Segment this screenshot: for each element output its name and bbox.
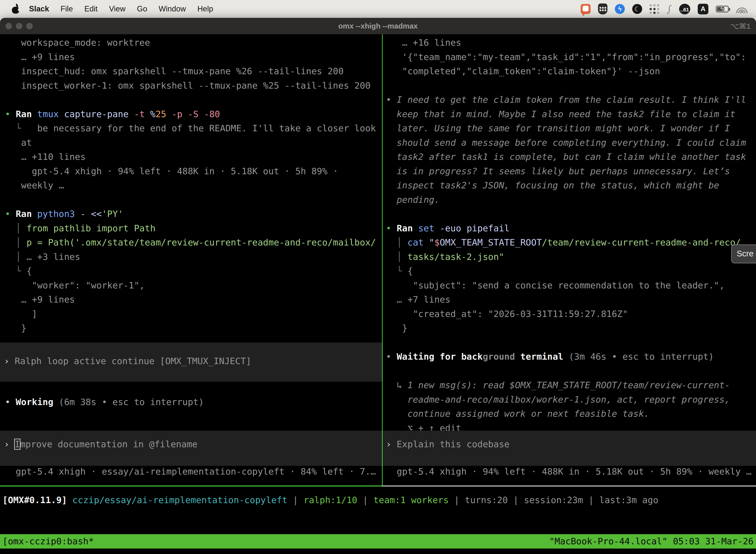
seg: Ran [16, 209, 37, 219]
seg: -t [134, 109, 150, 119]
left-pane-row-19: ] [5, 307, 37, 321]
wifi-icon[interactable] [736, 5, 748, 13]
menu-bar: Slack File Edit View Go Window Help ϟ ☾ … [0, 0, 756, 18]
zoom-button[interactable] [26, 23, 33, 29]
seg: › [4, 356, 15, 366]
right-pane-row-19: "created_at": "2026-03-31T11:59:27.816Z" [386, 307, 628, 321]
seg: - [80, 209, 91, 219]
seg: -80 [204, 109, 220, 119]
screenshot-bubble-icon[interactable] [581, 4, 590, 14]
omx-status-row: [OMX#0.11.9] cczip/essay/ai-reimplementa… [2, 493, 658, 507]
right-pane-row-24: ↳ 1 new msg(s): read $OMX_TEAM_STATE_ROO… [386, 378, 730, 392]
left-pane-row-18: … +9 lines [5, 292, 75, 307]
left-pane-row-12: • Ran python3 - <<'PY' [5, 207, 123, 221]
keyboard-layout-icon[interactable]: A [698, 4, 708, 14]
moon-glyph: ☾ [634, 5, 640, 13]
seg: tmux [37, 109, 64, 119]
seg: /team/review-current-readme-and-reco/ [542, 237, 741, 247]
seg: └ [386, 266, 407, 276]
seg: (6m 38s • esc to interrupt) [59, 397, 204, 407]
left-pane-row-9: gpt-5.4 xhigh · 94% left · 488K in · 5.1… [5, 164, 338, 178]
window-titlebar[interactable]: omx --xhigh --madmax ⌥⌘1 [0, 18, 756, 34]
tmux-status-bar[interactable]: [omx-cczip0:bash*"MacBook-Pro-44.local" … [0, 534, 756, 549]
seg: set [418, 223, 440, 233]
footer-divider-left [0, 486, 382, 487]
close-button[interactable] [5, 23, 12, 29]
menu-app-name[interactable]: Slack [23, 4, 55, 13]
shield-grid-icon[interactable] [598, 3, 608, 14]
right-pane-row-9: is in progress? It seems likely but perh… [386, 164, 730, 178]
seg: $ [434, 237, 440, 247]
apps-grid-icon[interactable] [649, 4, 659, 14]
count-badge-icon[interactable]: ..61 [679, 4, 690, 14]
seg: … +110 lines [5, 152, 85, 162]
seg: turns:20 [465, 495, 508, 505]
seg: ] [5, 309, 37, 319]
right-pane-row-25: readme-and-reco/mailbox/worker-1.json, a… [386, 392, 730, 407]
menu-window[interactable]: Window [153, 4, 191, 13]
left-input-row[interactable]: › Improve documentation in @filename [4, 437, 197, 451]
terminal-window: omx --xhigh --madmax ⌥⌘1 Scre workspace_… [0, 18, 756, 554]
seg: inspect_hud: omx sparkshell --tmux-pane … [5, 66, 343, 76]
seg: • [5, 209, 16, 219]
seg: Working [16, 397, 59, 407]
screenshot-popover[interactable]: Scre [731, 244, 756, 263]
seg: [OMX#0.11.9] [2, 495, 67, 505]
left-pane: workspace_mode: worktree … +9 lines insp… [5, 36, 382, 335]
seg [67, 495, 72, 505]
ralph-status-row: › Ralph loop active continue [OMX_TMUX_I… [4, 354, 251, 368]
right-session-status-row: gpt-5.4 xhigh · 94% left · 488K in · 5.1… [386, 464, 752, 479]
left-session-status-row: gpt-5.4 xhigh · essay/ai-reimplementatio… [5, 464, 376, 479]
seg: from pathlib import Path [26, 223, 155, 233]
left-pane-row-14: │ p = Path('.omx/state/team/review-curre… [5, 235, 376, 250]
menu-help[interactable]: Help [192, 4, 219, 13]
seg: -S [188, 109, 204, 119]
seg: • [386, 223, 397, 233]
minimize-button[interactable] [16, 23, 22, 29]
right-pane-row-10: inspect task2's JSON, focusing on the st… [386, 178, 719, 192]
seg: I [15, 439, 20, 449]
battery-icon[interactable]: ϟ [716, 6, 729, 12]
seg: } [5, 323, 26, 333]
menu-view[interactable]: View [103, 4, 131, 13]
seg: readme-and-reco/mailbox/worker-1.json, a… [386, 394, 730, 404]
right-pane-row-6: later. Using the same for transition mig… [386, 121, 730, 135]
left-pane-row-13: │ from pathlib import Path [5, 221, 155, 235]
menu-file[interactable]: File [55, 4, 79, 13]
seg: 25 [155, 109, 172, 119]
shield-bolt-glyph: ϟ [618, 5, 622, 13]
seg: └ [5, 266, 26, 276]
right-pane-row-11: pending. [386, 192, 440, 207]
left-pane-row-16: └ { [5, 264, 32, 278]
seg: gpt-5.4 xhigh · 94% left · 488K in · 5.1… [5, 166, 338, 176]
seg: I need to get the claim token from the c… [397, 95, 746, 105]
seg: cczip/essay/ai-reimplementation-copyleft [72, 495, 288, 505]
seg: session:23m [524, 495, 583, 505]
seg: … +16 lines [386, 38, 461, 48]
right-pane-row-14: │ cat "$OMX_TEAM_STATE_ROOT/team/review-… [386, 235, 741, 250]
seg: inspect_worker-1: omx sparkshell --tmux-… [5, 80, 371, 91]
seg: │ [386, 252, 407, 262]
right-input-row[interactable]: › Explain this codebase [386, 437, 510, 451]
seg: % [150, 109, 155, 119]
left-pane-row-10: weekly … [5, 178, 64, 192]
left-pane-row-15: │ … +3 lines [5, 250, 80, 264]
seg: capture-pane [64, 109, 134, 119]
seg: | [288, 495, 304, 505]
moon-circle-icon[interactable]: ☾ [632, 4, 642, 14]
seg: team:1 workers [374, 495, 449, 505]
seg: continue assigned work or next feasible … [386, 408, 649, 419]
hook-icon[interactable]: ∫ [667, 3, 672, 14]
seg: keep that in mind. Maybe I also need the… [386, 109, 736, 119]
apple-menu-icon[interactable] [11, 4, 20, 14]
left-pane-row-6: └ be necessary for the end of the README… [5, 121, 376, 135]
menu-edit[interactable]: Edit [79, 4, 103, 13]
right-pane-row-16: └ { [386, 264, 413, 278]
seg: 1 new msg(s): read $OMX_TEAM_STATE_ROOT/… [407, 380, 730, 390]
seg: at [5, 137, 32, 148]
seg: " [429, 237, 434, 247]
seg: cat [407, 237, 429, 247]
menu-go[interactable]: Go [131, 4, 153, 13]
seg: is in progress? It seems likely but perh… [386, 166, 730, 176]
protection-shield-icon[interactable]: ϟ [615, 4, 625, 14]
